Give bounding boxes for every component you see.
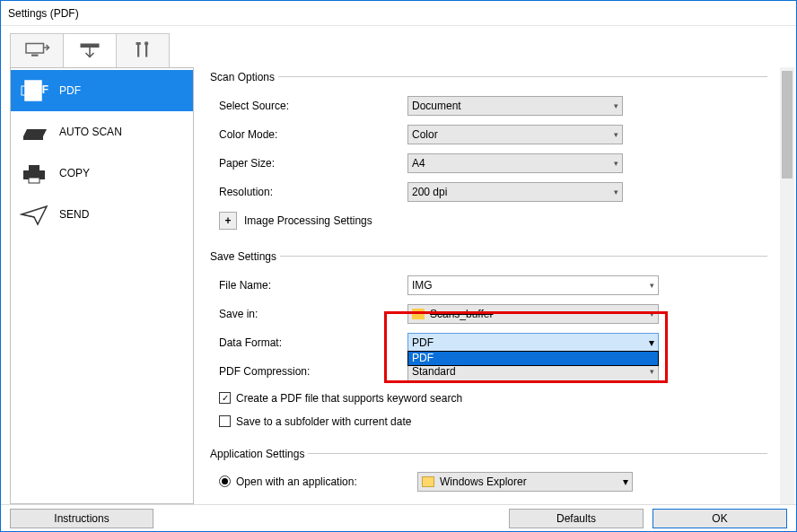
resolution-dropdown[interactable]: 200 dpi ▾: [407, 182, 623, 202]
svg-rect-10: [23, 136, 43, 140]
sidebar-item-autoscan[interactable]: AUTO SCAN: [11, 111, 193, 153]
chevron-down-icon: ▾: [649, 336, 654, 349]
chevron-down-icon: ▾: [623, 475, 628, 488]
instructions-label: Instructions: [54, 512, 109, 525]
monitor-arrow-icon: [23, 40, 50, 60]
scanner-icon: [20, 120, 50, 144]
data-format-dropdown-option[interactable]: PDF: [407, 351, 659, 366]
save-in-dropdown[interactable]: Scans_buffer ▾: [407, 304, 659, 324]
resolution-value: 200 dpi: [412, 186, 447, 198]
window-title: Settings (PDF): [1, 1, 796, 26]
defaults-label: Defaults: [556, 512, 596, 525]
chevron-down-icon: ▾: [650, 310, 654, 318]
settings-window: Settings (PDF): [0, 0, 797, 532]
device-scan-icon: [76, 40, 103, 60]
color-mode-dropdown[interactable]: Color ▾: [407, 125, 623, 144]
application-settings-group: Application Settings Open with an applic…: [206, 448, 767, 498]
svg-rect-0: [26, 44, 44, 54]
paper-plane-icon: [20, 203, 50, 226]
svg-rect-1: [31, 55, 39, 57]
defaults-button[interactable]: Defaults: [509, 509, 644, 528]
svg-point-6: [145, 41, 149, 46]
chevron-down-icon: ▾: [614, 130, 618, 139]
open-with-radio[interactable]: [219, 475, 231, 487]
open-with-dropdown[interactable]: Windows Explorer ▾: [417, 472, 633, 492]
data-format-option-label: PDF: [412, 352, 434, 364]
pdf-icon: PDF: [20, 79, 50, 102]
image-processing-expand-button[interactable]: +: [219, 212, 237, 230]
sidebar-item-label: AUTO SCAN: [59, 126, 122, 138]
sidebar-item-label: COPY: [59, 167, 90, 179]
file-name-label: File Name:: [219, 279, 407, 292]
chevron-down-icon: ▾: [614, 159, 618, 168]
vertical-scrollbar[interactable]: [780, 67, 794, 505]
select-source-label: Select Source:: [219, 100, 407, 112]
scan-options-legend: Scan Options: [206, 71, 278, 83]
keyword-search-checkbox[interactable]: ✓: [219, 392, 231, 404]
resolution-label: Resolution:: [219, 186, 407, 198]
chevron-down-icon: ▾: [650, 367, 654, 376]
footer: Instructions Defaults OK: [1, 504, 796, 531]
sidebar-item-copy[interactable]: COPY: [11, 153, 193, 194]
save-in-label: Save in:: [219, 308, 407, 320]
sidebar-item-pdf[interactable]: PDF PDF: [11, 70, 193, 111]
save-settings-group: Save Settings File Name: IMG ▾ Save in: …: [206, 250, 767, 437]
save-settings-legend: Save Settings: [206, 250, 280, 263]
application-settings-legend: Application Settings: [206, 448, 308, 460]
chevron-down-icon: ▾: [650, 281, 654, 290]
svg-text:PDF: PDF: [27, 83, 48, 96]
svg-rect-13: [29, 178, 39, 183]
chevron-down-icon: ▾: [614, 188, 618, 196]
tab-tools[interactable]: [116, 33, 170, 67]
pdf-compression-value: Standard: [412, 365, 456, 378]
scrollbar-thumb[interactable]: [782, 71, 793, 179]
subfolder-date-label: Save to a subfolder with current date: [236, 415, 411, 428]
select-source-value: Document: [412, 100, 461, 112]
tab-scan-from-device[interactable]: [63, 33, 117, 67]
ok-label: OK: [712, 512, 727, 525]
color-mode-value: Color: [412, 128, 438, 141]
top-tabs: [1, 26, 796, 67]
explorer-icon: [422, 476, 434, 487]
file-name-value: IMG: [412, 279, 433, 292]
instructions-button[interactable]: Instructions: [10, 509, 153, 528]
folder-icon: [412, 309, 425, 319]
keyword-search-label: Create a PDF file that supports keyword …: [236, 392, 462, 405]
printer-icon: [20, 161, 50, 185]
settings-panel: Scan Options Select Source: Document ▾ C…: [199, 67, 775, 505]
svg-rect-4: [136, 42, 141, 45]
select-source-dropdown[interactable]: Document ▾: [407, 96, 623, 116]
svg-rect-3: [137, 44, 139, 57]
data-format-dropdown[interactable]: PDF ▾: [407, 333, 659, 353]
pdf-compression-label: PDF Compression:: [219, 365, 407, 378]
file-name-input[interactable]: IMG ▾: [407, 275, 659, 295]
paper-size-label: Paper Size:: [219, 157, 407, 170]
scan-options-group: Scan Options Select Source: Document ▾ C…: [206, 71, 767, 240]
data-format-value: PDF: [412, 336, 434, 349]
svg-rect-2: [81, 44, 100, 48]
color-mode-label: Color Mode:: [219, 128, 407, 141]
paper-size-dropdown[interactable]: A4 ▾: [407, 153, 623, 173]
chevron-down-icon: ▾: [614, 101, 618, 110]
svg-rect-12: [29, 165, 39, 170]
open-with-label: Open with an application:: [236, 475, 412, 488]
tab-scan-from-computer[interactable]: [10, 33, 64, 67]
data-format-label: Data Format:: [219, 336, 407, 349]
sidebar: PDF PDF AUTO SCAN COPY SEND: [10, 67, 194, 505]
save-in-value: Scans_buffer: [430, 308, 494, 320]
tools-icon: [129, 40, 156, 60]
image-processing-label: Image Processing Settings: [244, 214, 372, 227]
paper-size-value: A4: [412, 157, 425, 170]
sidebar-item-label: PDF: [59, 84, 81, 97]
ok-button[interactable]: OK: [652, 509, 787, 528]
subfolder-date-checkbox[interactable]: [219, 415, 231, 427]
sidebar-item-label: SEND: [59, 208, 89, 221]
sidebar-item-send[interactable]: SEND: [11, 194, 193, 235]
open-with-value: Windows Explorer: [440, 475, 527, 488]
